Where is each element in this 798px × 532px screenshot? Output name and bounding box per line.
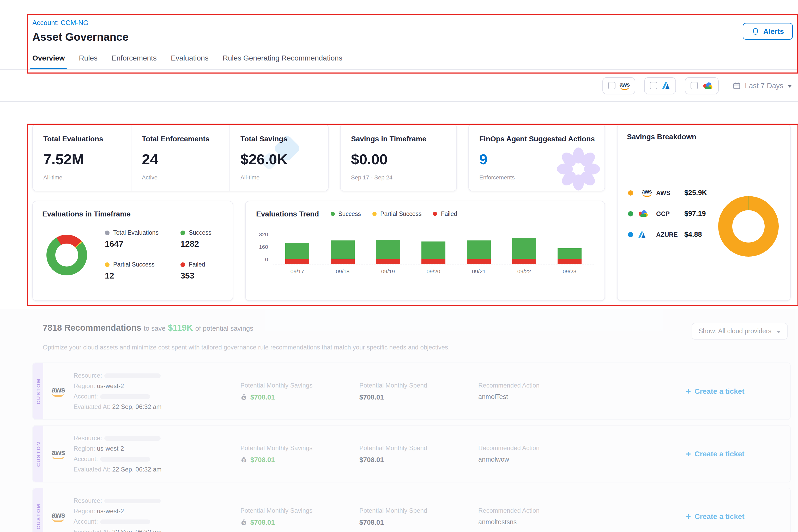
- create-ticket-button[interactable]: +Create a ticket: [686, 449, 744, 458]
- svg-text:$: $: [243, 458, 245, 462]
- blue-dot-icon: [628, 232, 633, 237]
- stacked-bar: [512, 234, 536, 264]
- savings-breakdown-donut-chart: [718, 196, 779, 256]
- tab-evaluations[interactable]: Evaluations: [171, 54, 209, 69]
- bar-segment: [331, 259, 355, 264]
- x-axis-label: 09/20: [426, 268, 440, 274]
- tab-enforcements[interactable]: Enforcements: [112, 54, 157, 69]
- bar-segment: [512, 238, 536, 259]
- gcp-icon: [702, 82, 713, 90]
- money-bag-icon: $: [241, 456, 247, 463]
- savings-breakdown-legend: aws AWS $25.9K GCP $97.19: [627, 189, 707, 256]
- stat-caption: All-time: [241, 174, 318, 180]
- stat-value: $26.0K: [241, 151, 318, 168]
- resource-details: Resource: Region: us-west-2 Account: Eva…: [74, 425, 241, 482]
- bar-segment: [331, 241, 355, 259]
- savings-amount: $119K: [168, 323, 193, 332]
- green-dot-icon: [330, 212, 335, 216]
- svg-text:$: $: [243, 521, 245, 525]
- red-dot-icon: [433, 212, 437, 216]
- plus-icon: +: [686, 512, 691, 521]
- bar-segment: [421, 242, 445, 259]
- stats-section: Total Evaluations 7.52M All-time Total E…: [0, 102, 798, 301]
- tab-rules[interactable]: Rules: [79, 54, 98, 69]
- stat-title: Total Enforcements: [142, 135, 219, 143]
- tab-rules-generating-recommendations[interactable]: Rules Generating Recommendations: [223, 54, 342, 69]
- gcp-checkbox[interactable]: [690, 82, 698, 89]
- total-evaluations-stat: Total Evaluations 7.52M All-time: [33, 124, 131, 191]
- provider-logo: aws: [43, 488, 74, 532]
- recommendation-row: CUSTOM aws Resource: Region: us-west-2 A…: [32, 362, 791, 420]
- recommendations-count: 7818: [43, 323, 62, 332]
- money-bag-icon: $: [241, 519, 247, 526]
- bar-segment: [376, 240, 400, 259]
- yellow-dot-icon: [105, 262, 110, 267]
- stat-value: 7.52M: [43, 151, 120, 168]
- red-dot-icon: [180, 262, 185, 267]
- provider-logo: aws: [43, 363, 74, 419]
- stat-value: 24: [142, 151, 219, 168]
- trend-bar-group: 09/19: [369, 234, 407, 274]
- legend-success: Success 1282: [180, 229, 211, 249]
- recommendation-row: CUSTOM aws Resource: Region: us-west-2 A…: [32, 425, 791, 482]
- card-title: Evaluations Trend: [256, 210, 319, 218]
- aws-checkbox[interactable]: [608, 82, 615, 89]
- green-dot-icon: [180, 230, 185, 235]
- custom-tag: CUSTOM: [33, 488, 43, 532]
- account-placeholder: [100, 520, 150, 525]
- create-ticket-button[interactable]: +Create a ticket: [686, 512, 744, 521]
- trend-bar-group: 09/21: [459, 234, 498, 274]
- date-range-label: Last 7 Days: [745, 81, 783, 90]
- bar-segment: [376, 259, 400, 264]
- azure-checkbox[interactable]: [650, 82, 657, 89]
- stacked-bar: [421, 234, 445, 264]
- bar-segment: [512, 259, 536, 264]
- trend-legend: Success Partial Success Failed: [330, 211, 457, 217]
- resource-details: Resource: Region: us-west-2 Account: Eva…: [74, 488, 241, 532]
- trend-bar-group: 09/17: [278, 234, 317, 274]
- stat-title: Total Savings: [241, 135, 318, 143]
- recommendations-count-label: Recommendations: [64, 323, 141, 332]
- create-ticket-button[interactable]: +Create a ticket: [686, 387, 744, 396]
- stat-caption: All-time: [43, 174, 120, 180]
- stacked-bar: [467, 234, 491, 264]
- savings-breakdown-card: Savings Breakdown aws AWS $25.9K: [617, 124, 791, 301]
- provider-filter-azure[interactable]: [644, 77, 676, 94]
- trend-bar-group: 09/22: [505, 234, 544, 274]
- account-placeholder: [100, 457, 150, 462]
- x-axis-label: 09/21: [472, 268, 486, 274]
- cloud-provider-select[interactable]: Show: All cloud providers: [692, 323, 787, 340]
- alerts-button[interactable]: Alerts: [743, 23, 793, 40]
- recommendations-section: 7818 Recommendations to save $119K of po…: [0, 309, 798, 532]
- page-title: Asset Governance: [32, 31, 129, 43]
- stacked-bar: [285, 234, 309, 264]
- savings-in-timeframe-stat: Savings in Timeframe $0.00 Sep 17 - Sep …: [341, 124, 456, 191]
- trend-chart: 320 160 0 09/1709/1809/1909/2009/2109/22…: [256, 234, 594, 274]
- tab-overview[interactable]: Overview: [32, 54, 65, 69]
- card-title: Savings Breakdown: [627, 132, 781, 141]
- recommendation-row: CUSTOM aws Resource: Region: us-west-2 A…: [32, 488, 791, 532]
- azure-icon: [638, 231, 646, 238]
- alerts-label: Alerts: [763, 27, 784, 36]
- x-axis-label: 09/23: [563, 268, 576, 274]
- stacked-bar: [331, 234, 355, 264]
- account-placeholder: [100, 395, 150, 399]
- account-breadcrumb[interactable]: Account: CCM-NG: [32, 19, 129, 26]
- aws-icon: aws: [52, 449, 65, 459]
- recommended-action: Recommended Action anmoltestsns: [478, 488, 640, 532]
- svg-text:$: $: [243, 396, 245, 400]
- gcp-icon: [638, 210, 648, 217]
- x-axis-label: 09/19: [381, 268, 395, 274]
- provider-filter-aws[interactable]: aws: [603, 77, 635, 94]
- date-range-picker[interactable]: Last 7 Days: [733, 81, 792, 90]
- stat-title: FinOps Agent Suggested Actions: [479, 135, 594, 143]
- stat-title: Savings in Timeframe: [351, 135, 446, 143]
- tab-bar: Overview Rules Enforcements Evaluations …: [32, 54, 793, 69]
- bar-segment: [557, 260, 582, 264]
- legend-azure: AZURE $4.88: [628, 230, 707, 239]
- provider-filter-gcp[interactable]: [685, 77, 719, 94]
- provider-logo: aws: [43, 425, 74, 482]
- potential-monthly-savings: Potential Monthly Savings $$708.01: [241, 425, 359, 482]
- resource-placeholder: [104, 436, 160, 441]
- legend-partial-success: Partial Success 12: [105, 261, 158, 281]
